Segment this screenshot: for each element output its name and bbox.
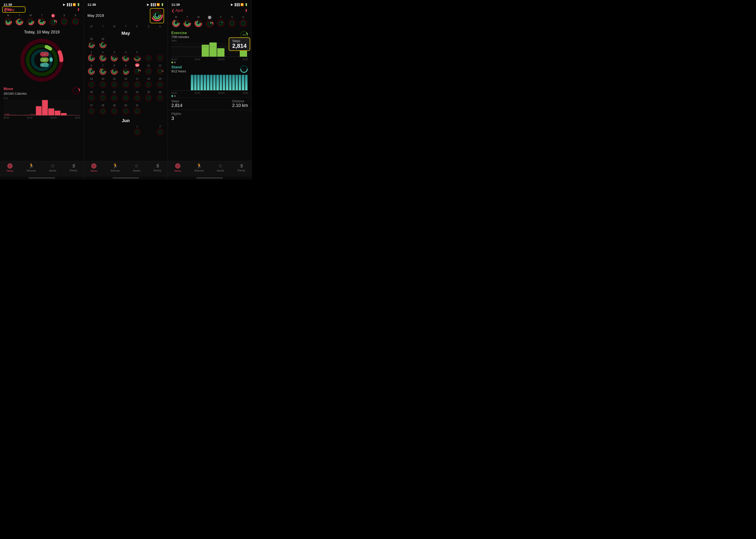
cal-cell-8[interactable]: 8: [109, 63, 119, 75]
day-col-sat-3: S: [228, 16, 236, 28]
nav-sharing-1[interactable]: 𝕊 Sharing: [69, 163, 77, 172]
sharing-icon-3: 𝕊: [240, 163, 243, 169]
nav-awards-1[interactable]: ☆ Awards: [49, 163, 56, 172]
cal-cell-je2: -: [98, 124, 108, 136]
day-col-fri-3: F: [217, 16, 225, 28]
cal-day-30: 30: [101, 37, 105, 40]
nav-history-2[interactable]: History: [91, 163, 97, 172]
nav-awards-3[interactable]: ☆ Awards: [217, 163, 224, 172]
cal-ring-17: [133, 81, 141, 89]
calendar-ring-annotation: [150, 8, 164, 23]
day-label-sun-1: S: [75, 14, 76, 17]
svg-point-136: [146, 69, 150, 73]
cal-ring-e7: [156, 54, 164, 62]
cal-ring-28: [99, 107, 107, 115]
big-ring-1: → >> ↑ → >> ↑: [0, 36, 84, 84]
svg-point-243: [242, 22, 245, 25]
svg-point-240: [231, 22, 233, 25]
cal-cell-30m: 30: [121, 103, 131, 115]
day-ring-tue-1: [16, 18, 24, 26]
svg-point-196: [124, 109, 128, 113]
nav-awards-2[interactable]: ☆ Awards: [133, 163, 140, 172]
cal-cell-5[interactable]: 5: [132, 50, 142, 62]
cal-cell-j1: 1: [132, 124, 142, 136]
cal-cell-2[interactable]: 2: [98, 50, 108, 62]
cal-ring-22: [110, 94, 118, 102]
svg-point-179: [136, 97, 138, 99]
cal-cell-e7: [155, 50, 165, 62]
cal-ring-13: [87, 81, 95, 89]
cal-ring-12: [156, 67, 164, 75]
status-bar-3: 11:39 ▶ ▐▐▐ 🛜 🔋: [168, 0, 251, 7]
cal-ring-10: [133, 67, 141, 75]
svg-point-163: [158, 83, 162, 87]
week-days-1: M T W: [0, 13, 84, 27]
svg-point-133: [136, 70, 138, 72]
cal-ring-11: [144, 67, 152, 75]
stats-row-3: Steps 2,814 Distance 2.10 km: [168, 97, 251, 110]
cal-cell-4[interactable]: 4: [121, 50, 131, 62]
cal-cell-10[interactable]: 10: [132, 63, 142, 75]
cal-cell-9[interactable]: 9: [121, 63, 131, 75]
day-ring-thu-3: [206, 20, 213, 28]
cal-ring-15: [110, 81, 118, 89]
cal-ring-29: [87, 41, 95, 49]
cal-cell-1[interactable]: 1: [86, 50, 97, 62]
svg-point-164: [159, 83, 161, 86]
cal-ring-21: [99, 94, 107, 102]
svg-point-251: [176, 165, 179, 167]
day-ring-mon-3: [172, 19, 180, 27]
awards-icon-1: ☆: [50, 163, 55, 169]
nav-sharing-3[interactable]: 𝕊 Sharing: [237, 163, 245, 172]
home-indicator-3: [196, 178, 223, 178]
nav-back-3[interactable]: ❮ April: [171, 8, 183, 13]
cal-cell-empty3: -: [132, 37, 142, 49]
nav-back-label-1: May: [8, 8, 15, 12]
svg-point-146: [90, 83, 93, 86]
nav-sharing-2[interactable]: 𝕊 Sharing: [153, 163, 161, 172]
move-section-1: Move 26/160 Calories →: [0, 84, 84, 97]
wifi-icon-1: 🛜: [73, 3, 76, 6]
nav-history-3[interactable]: History: [174, 163, 181, 172]
status-bar-1: 11:38 ▶ ▐▐▐ 🛜 🔋: [0, 0, 84, 7]
nav-history-1[interactable]: History: [7, 163, 14, 172]
svg-point-176: [125, 97, 127, 99]
nav-back-1[interactable]: ❮ May: [4, 8, 15, 12]
nav-workouts-3[interactable]: 🏃 Workouts: [194, 163, 204, 172]
cal-cell-je4: -: [121, 124, 131, 136]
svg-point-161: [147, 83, 150, 86]
nav-sharing-label-1: Sharing: [69, 169, 77, 172]
cal-grid-2: May 29 30: [84, 29, 168, 161]
cal-row-0: 29 30: [86, 37, 166, 49]
cal-ring-27: [87, 107, 95, 115]
svg-point-185: [159, 97, 161, 99]
cal-jun-label: Jun: [86, 116, 166, 124]
battery-icon-2: 🔋: [161, 3, 164, 6]
day-label-wed-1: W: [30, 14, 32, 17]
svg-text:>>: >>: [243, 34, 246, 37]
nav-workouts-1[interactable]: 🏃 Workouts: [27, 163, 36, 172]
cal-cell-3[interactable]: 3: [109, 50, 119, 62]
cal-wd-s-2: S: [143, 25, 154, 28]
steps-callout-3: Steps 2,814: [229, 38, 250, 51]
share-icon-3[interactable]: ⬆: [245, 8, 248, 13]
svg-point-188: [90, 110, 93, 112]
time-noon-1: NOON: [50, 116, 57, 119]
nav-workouts-label-2: Workouts: [111, 170, 120, 172]
day-ring-tue-3: [183, 19, 191, 27]
flights-section-3: Flights 3: [168, 110, 251, 123]
cal-ring-19: [156, 81, 164, 89]
cal-cell-27: 27: [86, 103, 97, 115]
day-col-mon-1: M: [4, 14, 12, 26]
share-icon-1[interactable]: ⬆: [77, 7, 80, 12]
nav-workouts-2[interactable]: 🏃 Workouts: [111, 163, 120, 172]
cal-cell-20: 20: [86, 90, 97, 102]
cal-cell-6[interactable]: 6: [86, 63, 97, 75]
cal-cell-29: 29: [86, 37, 97, 49]
cal-cell-23: 23: [121, 90, 131, 102]
distance-stat-label-3: Distance: [232, 99, 248, 103]
day-ring-sun-1: [71, 18, 79, 26]
panel-1: 11:38 ▶ ▐▐▐ 🛜 🔋 ❮ May May ⬆ M: [0, 0, 84, 180]
day-label-mon-1: M: [7, 14, 9, 17]
cal-cell-7[interactable]: 7: [98, 63, 108, 75]
